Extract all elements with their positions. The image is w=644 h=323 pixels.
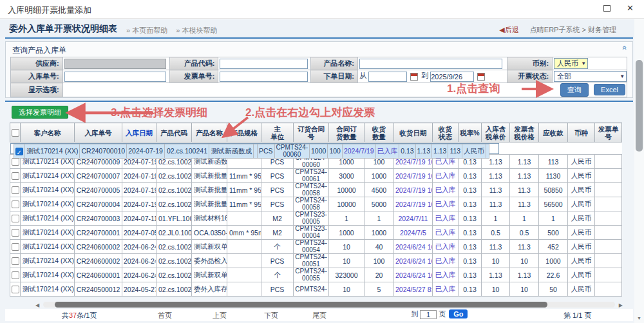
table-cell: 1 <box>539 211 568 226</box>
row-checkbox[interactable] <box>12 158 19 166</box>
calendar-icon[interactable] <box>410 73 418 81</box>
table-cell: CR240700004 <box>75 197 122 211</box>
table-cell: CR240600002 <box>75 254 122 268</box>
table-row[interactable]: 测试170214 (XX)CR2407000102024-07-1902.cs.… <box>10 143 499 154</box>
table-cell: 2024/7/19 10 <box>394 169 433 183</box>
column-header[interactable]: 发票含 税价格 <box>510 123 539 142</box>
table-cell: 01.YFL.10000 <box>156 211 192 226</box>
module-help-link[interactable]: » 本模块帮助 <box>176 26 217 34</box>
table-cell: CR240500012 <box>75 282 122 297</box>
table-cell: PCS <box>261 254 294 268</box>
row-checkbox[interactable] <box>12 271 19 279</box>
scrollbar-thumb[interactable] <box>55 302 547 308</box>
column-header[interactable]: 币种 <box>568 123 595 142</box>
column-header[interactable]: 客户名称 <box>21 123 75 142</box>
column-header[interactable]: 应收款 <box>539 123 568 142</box>
column-header[interactable]: 产品规格 <box>227 123 261 142</box>
warehouse-no-input[interactable] <box>64 72 166 82</box>
row-checkbox[interactable] <box>12 201 19 208</box>
column-header[interactable]: 产品代码 <box>156 123 192 142</box>
product-name-input[interactable] <box>359 59 502 69</box>
scroll-left-icon[interactable]: ◀ <box>35 302 39 308</box>
column-header[interactable]: 入库日期 <box>122 123 156 142</box>
table-cell: 1.13 <box>510 169 539 183</box>
close-icon[interactable]: ✕ <box>627 3 634 13</box>
column-header[interactable]: 订货合同号 <box>294 123 329 142</box>
column-header[interactable]: 产品名称 <box>192 123 227 142</box>
table-cell: 1130 <box>539 169 568 183</box>
page-number-input[interactable] <box>420 310 437 319</box>
table-row[interactable]: 测试170214 (XX)CR2407000072024-07-1902.cs.… <box>10 169 622 183</box>
invoice-status-select[interactable]: 全部▼ <box>554 71 627 82</box>
column-header[interactable]: 合同订 货数量 <box>329 123 365 142</box>
row-checkbox[interactable] <box>12 215 19 222</box>
table-cell: 11.3 <box>510 240 539 254</box>
select-all-checkbox[interactable] <box>12 129 19 137</box>
back-button[interactable]: ◀后退 <box>499 26 518 34</box>
row-checkbox[interactable] <box>12 172 19 180</box>
row-checkbox[interactable] <box>15 148 23 155</box>
table-cell <box>595 155 622 169</box>
table-row[interactable]: 测试170214 (XX)CR2406000022024-06-2402.cs.… <box>10 240 622 254</box>
table-cell: CR240700005 <box>75 183 122 197</box>
product-code-input[interactable] <box>220 59 307 69</box>
page-help-link[interactable]: » 本页面帮助 <box>126 26 167 34</box>
breadcrumb[interactable]: 点晴ERP子系统 > 财务管理 <box>530 26 616 34</box>
table-row[interactable]: 测试170214 (XX)CR2406000022024-06-2402.cs.… <box>10 254 622 268</box>
table-cell: 0.13 <box>459 254 482 268</box>
row-checkbox[interactable] <box>12 186 19 194</box>
select-invoice-detail-button[interactable]: 选择发票明细 <box>12 106 68 119</box>
invoice-status-label: 开票状态: <box>507 70 553 83</box>
order-date-label: 下单日期: <box>311 70 358 83</box>
date-to-input[interactable] <box>430 72 474 82</box>
row-checkbox[interactable] <box>12 229 19 237</box>
table-row[interactable]: 测试170214 (XX)CR2407000042024-07-1902.cs.… <box>10 197 622 211</box>
select-all-header[interactable] <box>10 123 21 142</box>
first-page-link[interactable]: 首页 <box>158 311 172 320</box>
prev-page-link[interactable]: 上页 <box>213 311 227 320</box>
next-page-link[interactable]: 下页 <box>264 311 278 320</box>
display-option-label: 显示选项: <box>11 83 63 97</box>
row-checkbox[interactable] <box>12 286 19 293</box>
invoice-no-input[interactable] <box>220 72 307 82</box>
column-header[interactable]: 税率% <box>459 123 482 142</box>
table-cell: PCS <box>261 197 294 211</box>
column-header[interactable]: 发票单号 <box>595 123 622 142</box>
table-row[interactable]: 测试170214 (XX)CR2406000012024-06-2402.cs.… <box>10 268 622 282</box>
collapse-icon[interactable]: « <box>621 46 630 50</box>
horizontal-scrollbar[interactable]: ◀ ▶ <box>35 301 623 309</box>
table-cell: CR240700007 <box>75 169 122 183</box>
table-cell: 2024/7/19 10 <box>394 197 433 211</box>
vertical-scrollbar[interactable]: ▼ <box>634 19 644 323</box>
excel-button[interactable]: Excel <box>594 84 625 95</box>
column-header[interactable]: 入库单号 <box>75 123 122 142</box>
annotation-step3: 3.点击选择发票明细 <box>111 105 207 120</box>
column-header[interactable]: 收货 数量 <box>365 123 394 142</box>
column-header[interactable]: 收货 状态 <box>433 123 459 142</box>
column-header[interactable]: 主 单位 <box>261 123 294 142</box>
maximize-icon[interactable] <box>603 5 611 12</box>
go-button[interactable]: Go <box>449 309 468 318</box>
scroll-down-icon[interactable]: ▼ <box>637 316 641 320</box>
query-button[interactable]: 查询 <box>560 83 589 97</box>
table-cell: 已入库 <box>433 226 459 240</box>
table-row[interactable]: 测试170214 (XX)CR2407000012024-07-0502.JL0… <box>10 226 622 240</box>
table-row[interactable]: 测试170214 (XX)CR2407000032024-07-1101.YFL… <box>10 211 622 226</box>
table-cell: 2024-07-19 <box>122 197 156 211</box>
vertical-scrollbar-thumb[interactable] <box>636 60 643 152</box>
row-checkbox[interactable] <box>12 257 19 265</box>
column-header[interactable]: 收货日期 <box>394 123 433 142</box>
table-cell: 40 <box>365 240 394 254</box>
calendar-icon[interactable] <box>477 73 485 81</box>
table-cell: 人民币 <box>568 254 595 268</box>
table-row[interactable]: 测试170214 (XX)CR2405000122024-05-2702.cs.… <box>10 282 622 297</box>
date-from-input[interactable] <box>368 72 407 82</box>
row-checkbox[interactable] <box>12 243 19 251</box>
currency-select[interactable]: 人民币▼ <box>554 58 588 69</box>
last-page-link[interactable]: 尾页 <box>312 311 327 320</box>
table-cell: 测试170214 (XX) <box>21 282 75 297</box>
table-cell <box>595 169 622 183</box>
table-row[interactable]: 测试170214 (XX)CR2407000052024-07-1902.cs.… <box>10 183 622 197</box>
column-header[interactable]: 入库含 税单价 <box>482 123 510 142</box>
scroll-right-icon[interactable]: ▶ <box>619 302 623 308</box>
